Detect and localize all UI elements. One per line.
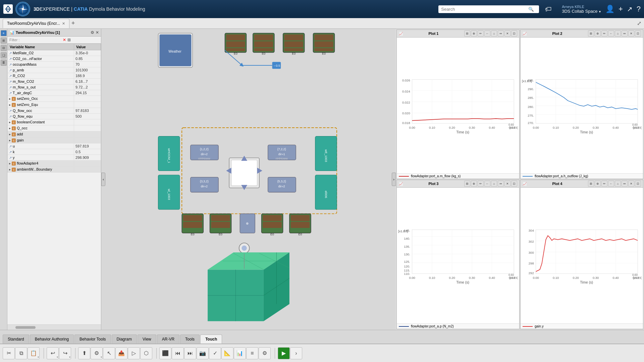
gear-anim-button[interactable]: ⚙ [259,347,271,359]
expand-icon[interactable]: ▸ [9,168,11,171]
table-row[interactable]: ▸ c Q_occ [8,125,101,131]
search-bar[interactable]: 🔍 [438,5,539,13]
redo-button[interactable]: ↪▾ [59,347,71,359]
tab-diagram[interactable]: Diagram [112,335,137,344]
tab-touch[interactable]: Touch [200,335,222,344]
filter-input[interactable] [21,38,61,42]
table-row[interactable]: ↗ k0.5 [8,149,101,155]
plot3-pen-btn[interactable]: ✏ [478,181,484,187]
table-row[interactable]: ▸ c flowAdapter4 [8,161,101,167]
active-tab[interactable]: TwoRoomsDryAirVisu (Encr... ✕ [3,19,69,28]
bookmark-button[interactable]: 🏷 [545,5,552,13]
play-green-button[interactable]: ▶ [278,347,290,359]
settings-button[interactable]: ⚙▾ [91,347,103,359]
plot3-fit-btn[interactable]: ⇔ [498,181,504,187]
tab-standard[interactable]: Standard [3,335,29,344]
side-icon-2[interactable]: ⊞ [1,38,7,44]
table-row[interactable]: ↗ R_CO2188.9 [8,73,101,79]
search-input[interactable] [441,7,528,12]
horizontal-scrollbar[interactable] [7,324,101,330]
maximize-button[interactable]: ⤢ [637,20,641,26]
search-submit-button[interactable]: 🔍 [528,7,534,12]
plot-x-btn[interactable]: ✕ [504,31,511,37]
table-row[interactable]: ▸ c setZero_Equ [8,102,101,108]
plot3-x-btn[interactable]: ✕ [504,181,511,187]
panel-settings-button[interactable]: ⚙ [91,30,94,35]
table-row[interactable]: ▸ c booleanConstant [8,119,101,125]
plot-select-btn[interactable]: ⊞ [464,31,470,37]
help-button[interactable]: ? [637,5,641,13]
table-row[interactable]: ↗ CO2_co...nFactor0.85 [8,56,101,62]
diagram-svg[interactable]: Weather E0 E0 [101,29,396,330]
plot3-zoom-btn[interactable]: ⊕ [471,181,477,187]
plot4-more-btn[interactable]: ⊡ [635,181,641,187]
copy-button[interactable]: ⧉ [15,347,27,359]
table-row[interactable]: ▸ c gain [8,137,101,143]
plot3-more-btn[interactable]: ⊡ [511,181,517,187]
plot4-fit-btn[interactable]: ⇔ [622,181,628,187]
tab-behavior-tools[interactable]: Behavior Tools [74,335,111,344]
diagram-canvas[interactable]: Weather E0 E0 [101,29,396,330]
view3d-button[interactable]: ⬡ [140,347,152,359]
step-forward-button[interactable]: ⏭ [184,347,196,359]
plot2-home-btn[interactable]: ⌂ [615,31,621,37]
list-button[interactable]: ≡ [246,347,258,359]
table-row[interactable]: ↗ MetRate_O23.35e-0 [8,50,101,56]
filter-options-button[interactable]: ⊞ [67,38,71,42]
scrollbar-thumb[interactable] [15,326,36,329]
cursor-button[interactable]: ↖ [103,347,115,359]
plot3-back-btn[interactable]: ← [484,181,490,187]
table-row[interactable]: ↗ y298.909 [8,155,101,161]
compass-logo[interactable] [15,2,30,16]
plot2-fit-btn[interactable]: ⇔ [622,31,628,37]
stop-button[interactable]: ⬛ [159,347,171,359]
table-row[interactable]: ↗ m_flow_s_out9.72...2 [8,84,101,90]
plot-pen-btn[interactable]: ✏ [478,31,484,37]
tab-ar-vr[interactable]: AR-VR [157,335,179,344]
add-button[interactable]: + [619,5,623,13]
plot4-home-btn[interactable]: ⌂ [615,181,621,187]
plot2-more-btn[interactable]: ⊡ [635,31,641,37]
plot2-x-btn[interactable]: ✕ [628,31,634,37]
tab-behavior-authoring[interactable]: Behavior Authoring [30,335,74,344]
plot-zoom-btn[interactable]: ⊕ [471,31,477,37]
next-button[interactable]: › [290,347,302,359]
side-icon-5[interactable]: ≣ [1,60,7,66]
plot4-back-btn[interactable]: ← [608,181,614,187]
table-row[interactable]: ▸ c setZero_Occ [8,96,101,102]
simulate-button[interactable]: ▷ [128,347,140,359]
check-button[interactable]: ✓ [209,347,221,359]
tab-tools[interactable]: Tools [180,335,200,344]
measure-button[interactable]: 📐 [221,347,233,359]
panel-close-button[interactable]: ✕ [96,30,99,35]
plot2-zoom-btn[interactable]: ⊕ [595,31,601,37]
plot-home-btn[interactable]: ⌂ [491,31,497,37]
table-row[interactable]: ↗ Q_flow_equ500 [8,114,101,119]
expand-icon[interactable]: ▸ [9,132,11,136]
plot4-x-btn[interactable]: ✕ [628,181,634,187]
camera-button[interactable]: 📷 [197,347,209,359]
plot2-pen-btn[interactable]: ✏ [601,31,607,37]
expand-icon[interactable]: ▸ [9,138,11,142]
tab-add-button[interactable]: + [69,20,77,27]
share-button[interactable]: ↗ [627,5,633,13]
plot3-select-btn[interactable]: ⊞ [464,181,470,187]
tab-close-button[interactable]: ✕ [62,21,65,26]
table-row[interactable]: ↗ u597.819 [8,143,101,149]
table-row[interactable]: ↗ occupantMass70 [8,62,101,67]
expand-icon[interactable]: ▸ [9,103,11,107]
collapse-panel-button[interactable]: ‹ [101,173,105,186]
table-row[interactable]: ↗ Q_flow_occ97.8183 [8,108,101,114]
expand-icon[interactable]: ▸ [9,120,11,124]
plot-fit-btn[interactable]: ⇔ [498,31,504,37]
plot4-zoom-btn[interactable]: ⊕ [595,181,601,187]
undo-button[interactable]: ↩▾ [47,347,59,359]
plot4-pen-btn[interactable]: ✏ [601,181,607,187]
upload-button[interactable]: ⬆ [78,347,90,359]
export-button[interactable]: 📤 [115,347,127,359]
table-row[interactable]: ▸ c ambientW...Boundary [8,167,101,173]
plot3-home-btn[interactable]: ⌂ [491,181,497,187]
table-row[interactable]: ↗ T_air_degC294.15 [8,90,101,96]
expand-icon[interactable]: ▸ [9,126,11,130]
expand-plots-button[interactable]: › [392,173,396,186]
